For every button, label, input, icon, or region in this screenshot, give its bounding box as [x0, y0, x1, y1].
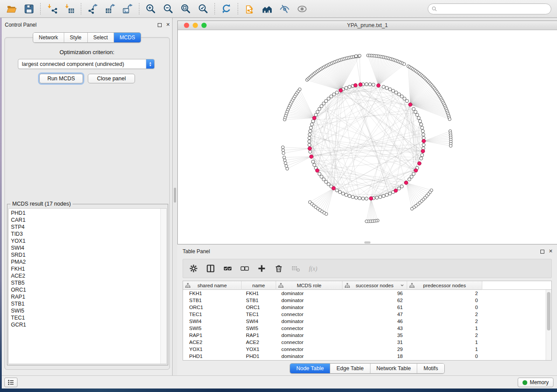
mcds-result-item[interactable]: FKH1 — [9, 265, 166, 272]
column-header-MCDS-role[interactable]: MCDS role — [276, 281, 343, 290]
column-label: MCDS role — [297, 283, 321, 288]
export-doc-share-icon[interactable] — [242, 2, 257, 16]
tab-node-table[interactable]: Node Table — [290, 364, 330, 373]
table-row-SWI4[interactable]: SWI4SWI4dominator462 — [183, 318, 551, 325]
export-table-icon[interactable] — [102, 2, 118, 16]
open-session-icon[interactable] — [3, 2, 19, 16]
toolbar-separator — [139, 3, 139, 14]
tab-network[interactable]: Network — [33, 33, 64, 42]
result-list-scrollbar[interactable] — [160, 209, 166, 364]
table-row-FKH1[interactable]: FKH1FKH1dominator962 — [183, 290, 551, 297]
float-panel-icon[interactable] — [158, 23, 162, 27]
export-network-icon[interactable] — [85, 2, 100, 16]
table-row-SWI5[interactable]: SWI5SWI5connector431 — [183, 325, 551, 332]
cell-predecessor-nodes: 0 — [407, 353, 482, 360]
table-body: FKH1FKH1dominator962STB1STB1dominator620… — [183, 290, 551, 360]
table-scrollbar-thumb[interactable] — [547, 292, 550, 330]
cell-successor-nodes: 47 — [343, 311, 407, 318]
search-input[interactable] — [437, 5, 551, 14]
search-box[interactable] — [428, 3, 551, 14]
close-panel-icon[interactable]: ✕ — [166, 22, 170, 27]
zoom-in-icon[interactable] — [143, 2, 159, 16]
close-panel-button[interactable]: Close panel — [88, 74, 135, 83]
memory-button[interactable]: Memory — [518, 378, 554, 387]
export-image-icon[interactable] — [120, 2, 135, 16]
mcds-result-item[interactable]: TEC1 — [9, 314, 166, 321]
save-session-icon[interactable] — [21, 2, 37, 16]
mcds-result-item[interactable]: STB1 — [9, 300, 166, 307]
cell-MCDS-role: connector — [276, 346, 343, 353]
add-column-icon[interactable] — [257, 264, 266, 273]
tab-mcds[interactable]: MCDS — [114, 33, 141, 42]
cell-name: ACE2 — [242, 339, 276, 346]
mcds-result-list[interactable]: PHD1CAR1STP4TID3YOX1SWI4SRD1PMA2FKH1ACE2… — [8, 208, 167, 364]
task-history-button[interactable] — [4, 378, 17, 387]
close-table-panel-icon[interactable]: ✕ — [549, 249, 553, 254]
cell-name: YOX1 — [242, 346, 276, 353]
header-filler — [482, 281, 551, 289]
mcds-result-item[interactable]: YOX1 — [9, 237, 166, 244]
mcds-result-item[interactable]: SRD1 — [9, 251, 166, 258]
mcds-result-item[interactable]: GCR1 — [9, 321, 166, 328]
network-graph-canvas[interactable] — [178, 30, 557, 244]
tab-edge-table[interactable]: Edge Table — [330, 364, 370, 373]
table-row-TEC1[interactable]: TEC1TEC1connector472 — [183, 311, 551, 318]
delete-column-icon[interactable] — [274, 264, 283, 273]
mcds-result-item[interactable]: SWI4 — [9, 244, 166, 251]
zoom-fit-icon[interactable] — [178, 2, 194, 16]
zoom-out-icon[interactable] — [160, 2, 176, 16]
tab-style[interactable]: Style — [64, 33, 87, 42]
table-row-YOX1[interactable]: YOX1YOX1connector291 — [183, 346, 551, 353]
mcds-result-item[interactable]: STP4 — [9, 224, 166, 230]
column-header-shared-name[interactable]: shared name — [183, 281, 242, 290]
column-header-predecessor-nodes[interactable]: predecessor nodes — [407, 281, 482, 290]
run-mcds-button[interactable]: Run MCDS — [39, 74, 83, 83]
cell-shared-name: PHD1 — [183, 353, 242, 360]
table-row-ORC1[interactable]: ORC1ORC1dominator610 — [183, 304, 551, 311]
node-table[interactable]: shared namenameMCDS rolesuccessor nodesp… — [183, 281, 552, 361]
hide-details-icon[interactable] — [277, 2, 292, 16]
import-network-icon[interactable] — [44, 2, 60, 16]
mcds-result-item[interactable]: ACE2 — [9, 272, 166, 279]
tab-motifs[interactable]: Motifs — [417, 364, 444, 373]
network-overview-icon[interactable] — [259, 2, 275, 16]
column-header-successor-nodes[interactable]: successor nodes — [343, 281, 407, 290]
table-row-PHD1[interactable]: PHD1PHD1dominator180 — [183, 353, 551, 360]
zoom-selected-icon[interactable] — [195, 2, 211, 16]
table-settings-icon[interactable] — [189, 264, 198, 273]
mcds-result-item[interactable]: RAP1 — [9, 293, 166, 300]
float-table-panel-icon[interactable] — [540, 250, 544, 254]
tab-network-table[interactable]: Network Table — [370, 364, 417, 373]
cell-name: SWI5 — [242, 325, 276, 332]
cell-shared-name: YOX1 — [183, 346, 242, 353]
refresh-icon[interactable] — [218, 2, 234, 16]
network-window-resize-handle[interactable] — [364, 241, 370, 244]
select-all-checks-icon[interactable] — [223, 264, 232, 273]
table-row-ACE2[interactable]: ACE2ACE2connector311 — [183, 339, 551, 346]
table-scrollbar[interactable] — [546, 290, 551, 360]
column-header-name[interactable]: name — [242, 281, 276, 290]
panel-splitter-handle[interactable] — [174, 188, 176, 203]
mcds-result-item[interactable]: PMA2 — [9, 258, 166, 265]
mcds-result-item[interactable]: STB5 — [9, 279, 166, 286]
network-window-titlebar[interactable]: YPA_prune.txt_1 — [178, 21, 557, 30]
mcds-result-item[interactable]: TID3 — [9, 230, 166, 237]
column-label: shared name — [197, 283, 227, 288]
show-columns-icon[interactable] — [206, 264, 215, 273]
control-panel-tabs: NetworkStyleSelectMCDS — [2, 32, 172, 43]
tab-select[interactable]: Select — [87, 33, 114, 42]
table-panel-title: Table Panel — [183, 248, 210, 254]
mcds-result-item[interactable]: ORC1 — [9, 286, 166, 293]
clear-all-checks-icon[interactable] — [240, 264, 249, 273]
criterion-select[interactable]: largest connected component (undirected)… — [18, 59, 155, 69]
column-label: name — [253, 283, 265, 288]
mcds-result-item[interactable]: SWI5 — [9, 307, 166, 314]
column-label: successor nodes — [356, 283, 393, 288]
mcds-result-item[interactable]: CAR1 — [9, 217, 166, 224]
table-row-RAP1[interactable]: RAP1RAP1dominator352 — [183, 332, 551, 339]
table-row-STB1[interactable]: STB1STB1dominator620 — [183, 297, 551, 304]
memory-status-icon — [522, 380, 527, 385]
import-table-icon[interactable] — [62, 2, 77, 16]
show-details-icon[interactable] — [294, 2, 310, 16]
mcds-result-item[interactable]: PHD1 — [9, 210, 166, 217]
